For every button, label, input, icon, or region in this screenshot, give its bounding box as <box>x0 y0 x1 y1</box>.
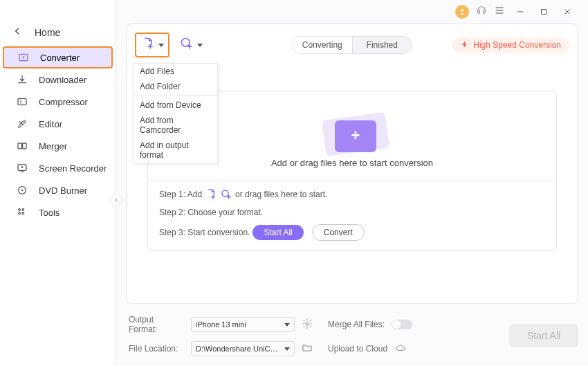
svg-point-15 <box>182 39 190 47</box>
converter-icon <box>17 52 30 63</box>
open-folder-icon[interactable] <box>302 342 313 356</box>
support-icon[interactable] <box>476 5 487 19</box>
step-1-suffix: or drag files here to start. <box>235 190 327 199</box>
footer-bar: Output Format: iPhone 13 mini Merge All … <box>126 315 578 356</box>
menu-add-folder[interactable]: Add Folder <box>134 79 217 94</box>
dvd-burner-icon <box>15 185 29 196</box>
add-file-dropdown: Add Files Add Folder Add from Device Add… <box>134 63 218 163</box>
titlebar <box>126 0 578 24</box>
hamburger-menu-icon[interactable] <box>494 5 505 19</box>
status-segment-control: Converting Finished <box>292 36 412 54</box>
svg-point-18 <box>306 322 309 325</box>
sidebar-item-editor[interactable]: Editor <box>0 113 116 135</box>
add-file-icon[interactable] <box>205 188 217 201</box>
chevron-down-icon <box>284 347 290 351</box>
nav-home[interactable]: Home <box>0 22 116 46</box>
main-area: Converting Finished High Speed Conversio… <box>116 0 588 366</box>
svg-point-10 <box>19 212 21 214</box>
tab-converting[interactable]: Converting <box>293 37 353 53</box>
chevron-down-icon <box>284 323 290 327</box>
tools-icon <box>15 207 29 218</box>
output-format-label: Output Format: <box>129 315 184 334</box>
merge-all-files-label: Merge All Files: <box>328 320 385 329</box>
add-folder-icon <box>321 108 383 152</box>
upload-cloud-label: Upload to Cloud <box>328 344 387 354</box>
svg-point-7 <box>21 190 24 192</box>
sidebar: Home Converter Downloader Compressor Edi <box>0 0 116 366</box>
sidebar-item-label: DVD Burner <box>39 185 87 196</box>
sidebar-item-label: Converter <box>40 53 80 63</box>
start-all-button[interactable]: Start All <box>252 225 303 240</box>
window-maximize-button[interactable] <box>535 3 552 20</box>
add-file-split-button[interactable] <box>135 33 169 57</box>
settings-gear-icon[interactable] <box>302 318 313 331</box>
menu-add-in-output-format[interactable]: Add in output format <box>134 138 217 163</box>
sidebar-item-dvd-burner[interactable]: DVD Burner <box>0 179 116 201</box>
file-location-select[interactable]: D:\Wondershare UniConverter 1 <box>191 341 295 356</box>
window-minimize-button[interactable] <box>512 3 529 20</box>
svg-rect-1 <box>18 98 26 104</box>
svg-rect-13 <box>542 10 546 15</box>
output-format-select[interactable]: iPhone 13 mini <box>191 317 295 332</box>
add-url-split-button[interactable] <box>175 33 207 57</box>
sidebar-item-label: Compressor <box>39 97 88 107</box>
menu-add-from-camcorder[interactable]: Add from Camcorder <box>134 113 217 138</box>
merger-icon <box>15 140 29 152</box>
sidebar-item-label: Merger <box>39 141 67 152</box>
cloud-icon[interactable] <box>394 343 407 355</box>
add-url-icon[interactable] <box>220 188 232 201</box>
svg-point-12 <box>461 9 463 12</box>
editor-icon <box>15 118 29 129</box>
sidebar-item-screen-recorder[interactable]: Screen Recorder <box>0 157 116 179</box>
step-3-line: Step 3: Start conversion. Start All Conv… <box>159 224 545 241</box>
step-1-prefix: Step 1: Add <box>159 190 202 199</box>
svg-point-9 <box>22 209 24 211</box>
downloader-icon <box>15 74 29 85</box>
sidebar-item-tools[interactable]: Tools <box>0 201 116 223</box>
compressor-icon <box>15 96 29 107</box>
tab-finished[interactable]: Finished <box>353 37 412 53</box>
step-2-line: Step 2: Choose your format. <box>159 208 545 217</box>
steps-area: Step 1: Add or drag files here to start.… <box>148 181 556 250</box>
back-icon <box>12 26 35 38</box>
converter-panel: Converting Finished High Speed Conversio… <box>126 24 578 304</box>
home-label: Home <box>35 27 60 38</box>
sidebar-item-merger[interactable]: Merger <box>0 135 116 157</box>
bolt-icon <box>461 40 469 51</box>
file-location-value: D:\Wondershare UniConverter 1 <box>196 345 279 353</box>
start-all-footer-label: Start All <box>527 330 560 341</box>
hsc-label: High Speed Conversion <box>473 40 561 50</box>
sidebar-item-converter[interactable]: Converter <box>3 46 113 68</box>
sidebar-item-label: Downloader <box>39 75 86 85</box>
drop-instruction-text: Add or drag files here to start conversi… <box>271 158 433 168</box>
file-location-label: File Location: <box>129 344 184 354</box>
menu-add-files[interactable]: Add Files <box>134 64 217 79</box>
panel-top-row: Converting Finished High Speed Conversio… <box>127 24 578 66</box>
sidebar-item-label: Screen Recorder <box>39 163 107 174</box>
output-format-value: iPhone 13 mini <box>196 320 246 329</box>
add-url-icon <box>179 37 194 53</box>
start-all-footer-button[interactable]: Start All <box>509 324 578 347</box>
chevron-down-icon <box>158 44 164 47</box>
file-location-row: File Location: D:\Wondershare UniConvert… <box>129 341 412 356</box>
sidebar-item-downloader[interactable]: Downloader <box>0 68 116 91</box>
add-file-icon <box>140 37 156 53</box>
step-1-line: Step 1: Add or drag files here to start. <box>159 188 545 201</box>
output-format-row: Output Format: iPhone 13 mini Merge All … <box>129 315 412 334</box>
high-speed-conversion-badge[interactable]: High Speed Conversion <box>452 37 569 53</box>
sidebar-item-label: Tools <box>39 208 59 218</box>
svg-point-17 <box>222 190 228 196</box>
merge-all-files-toggle[interactable] <box>392 320 412 329</box>
svg-rect-3 <box>23 143 26 149</box>
sidebar-item-compressor[interactable]: Compressor <box>0 91 116 113</box>
sidebar-item-label: Editor <box>39 119 62 129</box>
chevron-down-icon <box>197 44 203 47</box>
convert-button[interactable]: Convert <box>312 224 365 241</box>
menu-separator <box>134 95 217 96</box>
svg-point-5 <box>21 166 24 168</box>
menu-add-from-device[interactable]: Add from Device <box>134 98 217 113</box>
window-close-button[interactable] <box>559 3 576 20</box>
step-3-text: Step 3: Start conversion. <box>159 228 250 237</box>
svg-point-8 <box>19 209 21 211</box>
user-avatar-icon[interactable] <box>455 5 469 19</box>
